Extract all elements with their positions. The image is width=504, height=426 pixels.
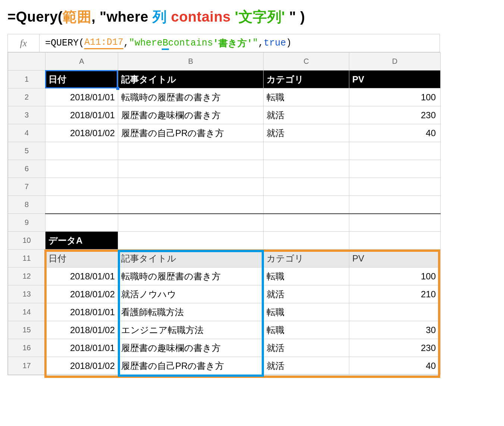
cell[interactable]: 2018/01/02 bbox=[45, 321, 118, 339]
cell[interactable] bbox=[349, 232, 441, 250]
cell[interactable]: エンジニア転職方法 bbox=[118, 321, 264, 339]
title-range: 範囲 bbox=[63, 9, 91, 25]
cell[interactable] bbox=[45, 214, 118, 232]
cell[interactable]: 2018/01/02 bbox=[45, 285, 118, 303]
cell[interactable] bbox=[118, 160, 264, 178]
row-header[interactable]: 16 bbox=[8, 339, 45, 357]
cell[interactable]: 2018/01/02 bbox=[45, 357, 118, 375]
cell[interactable] bbox=[264, 178, 349, 196]
cell[interactable]: 2018/01/01 bbox=[45, 267, 118, 285]
cell[interactable]: 40 bbox=[349, 124, 441, 142]
row-header[interactable]: 6 bbox=[8, 160, 45, 178]
cell[interactable]: 日付 bbox=[45, 71, 118, 88]
corner-cell[interactable] bbox=[8, 53, 45, 71]
cell[interactable]: カテゴリ bbox=[264, 71, 349, 88]
cell[interactable] bbox=[264, 196, 349, 214]
cell[interactable]: 2018/01/02 bbox=[45, 124, 118, 142]
cell[interactable]: 40 bbox=[349, 357, 441, 375]
cell[interactable] bbox=[45, 160, 118, 178]
cell[interactable] bbox=[118, 214, 264, 232]
cell[interactable]: 転職時の履歴書の書き方 bbox=[118, 88, 264, 106]
cell[interactable] bbox=[118, 142, 264, 160]
cell[interactable] bbox=[45, 142, 118, 160]
row-header[interactable]: 13 bbox=[8, 285, 45, 303]
row-header[interactable]: 11 bbox=[8, 250, 45, 267]
cell[interactable]: 210 bbox=[349, 285, 441, 303]
row-header[interactable]: 12 bbox=[8, 267, 45, 285]
cell[interactable]: 100 bbox=[349, 267, 441, 285]
cell[interactable]: 2018/01/01 bbox=[45, 106, 118, 124]
cell[interactable] bbox=[118, 196, 264, 214]
row-header[interactable]: 4 bbox=[8, 124, 45, 142]
cell[interactable]: 就活 bbox=[264, 339, 349, 357]
row-header[interactable]: 8 bbox=[8, 196, 45, 214]
cell[interactable]: 転職 bbox=[264, 267, 349, 285]
cell[interactable] bbox=[118, 232, 264, 250]
fx-icon[interactable]: fx bbox=[8, 34, 40, 52]
cell[interactable]: 転職 bbox=[264, 303, 349, 321]
cell[interactable] bbox=[349, 214, 441, 232]
col-header-c[interactable]: C bbox=[264, 53, 349, 71]
cell[interactable]: 就活 bbox=[264, 357, 349, 375]
cell[interactable]: 転職 bbox=[264, 321, 349, 339]
cell[interactable] bbox=[349, 142, 441, 160]
cell[interactable]: 2018/01/01 bbox=[45, 303, 118, 321]
cell[interactable]: 看護師転職方法 bbox=[118, 303, 264, 321]
cell[interactable]: 230 bbox=[349, 106, 441, 124]
cell[interactable]: 記事タイトル bbox=[118, 71, 264, 88]
col-header-a[interactable]: A bbox=[45, 53, 118, 71]
cell[interactable]: 記事タイトル bbox=[118, 250, 264, 267]
cell[interactable]: 転職時の履歴書の書き方 bbox=[118, 267, 264, 285]
cell[interactable]: 100 bbox=[349, 88, 441, 106]
cell[interactable] bbox=[349, 160, 441, 178]
row-header[interactable]: 7 bbox=[8, 178, 45, 196]
row-header[interactable]: 17 bbox=[8, 357, 45, 375]
spreadsheet-grid[interactable]: A B C D 1 日付 記事タイトル カテゴリ PV 2 2018/01/01… bbox=[8, 52, 441, 375]
cell[interactable] bbox=[349, 178, 441, 196]
cell[interactable]: 就活ノウハウ bbox=[118, 285, 264, 303]
cell[interactable] bbox=[45, 196, 118, 214]
cell[interactable] bbox=[264, 214, 349, 232]
cell[interactable]: 履歴書の趣味欄の書き方 bbox=[118, 106, 264, 124]
title-col: 列 bbox=[152, 9, 167, 25]
cell[interactable] bbox=[45, 178, 118, 196]
col-header-d[interactable]: D bbox=[349, 53, 441, 71]
cell[interactable]: 履歴書の自己PRの書き方 bbox=[118, 124, 264, 142]
cell[interactable]: データA bbox=[45, 232, 118, 250]
cell[interactable]: 30 bbox=[349, 321, 441, 339]
row-header[interactable]: 3 bbox=[8, 106, 45, 124]
cell[interactable] bbox=[118, 178, 264, 196]
row-header[interactable]: 2 bbox=[8, 88, 45, 106]
formula-input[interactable]: =QUERY(A11:D17,"where B contains '書き方'",… bbox=[40, 34, 440, 52]
cell[interactable]: 履歴書の趣味欄の書き方 bbox=[118, 339, 264, 357]
formula-bool: true bbox=[264, 38, 286, 48]
cell[interactable] bbox=[264, 160, 349, 178]
cell[interactable] bbox=[349, 196, 441, 214]
cell[interactable]: 就活 bbox=[264, 106, 349, 124]
row-header[interactable]: 5 bbox=[8, 142, 45, 160]
cell[interactable]: 履歴書の自己PRの書き方 bbox=[118, 357, 264, 375]
formula-range: A11:D17 bbox=[84, 37, 123, 49]
cell[interactable]: PV bbox=[349, 250, 441, 267]
cell[interactable]: 2018/01/01 bbox=[45, 339, 118, 357]
row-header[interactable]: 1 bbox=[8, 71, 45, 88]
cell[interactable]: 230 bbox=[349, 339, 441, 357]
cell[interactable] bbox=[264, 142, 349, 160]
title-contains: contains bbox=[167, 9, 235, 25]
row-header[interactable]: 9 bbox=[8, 214, 45, 232]
formula-literal: '書き方' bbox=[213, 37, 252, 49]
title-end: " ) bbox=[285, 9, 305, 25]
cell[interactable]: 日付 bbox=[45, 250, 118, 267]
row-header[interactable]: 10 bbox=[8, 232, 45, 250]
cell[interactable] bbox=[264, 232, 349, 250]
row-header[interactable]: 14 bbox=[8, 303, 45, 321]
cell[interactable]: 就活 bbox=[264, 124, 349, 142]
cell[interactable]: 2018/01/01 bbox=[45, 88, 118, 106]
cell[interactable]: PV bbox=[349, 71, 441, 88]
cell[interactable] bbox=[349, 303, 441, 321]
cell[interactable]: カテゴリ bbox=[264, 250, 349, 267]
cell[interactable]: 転職 bbox=[264, 88, 349, 106]
col-header-b[interactable]: B bbox=[118, 53, 264, 71]
row-header[interactable]: 15 bbox=[8, 321, 45, 339]
cell[interactable]: 就活 bbox=[264, 285, 349, 303]
